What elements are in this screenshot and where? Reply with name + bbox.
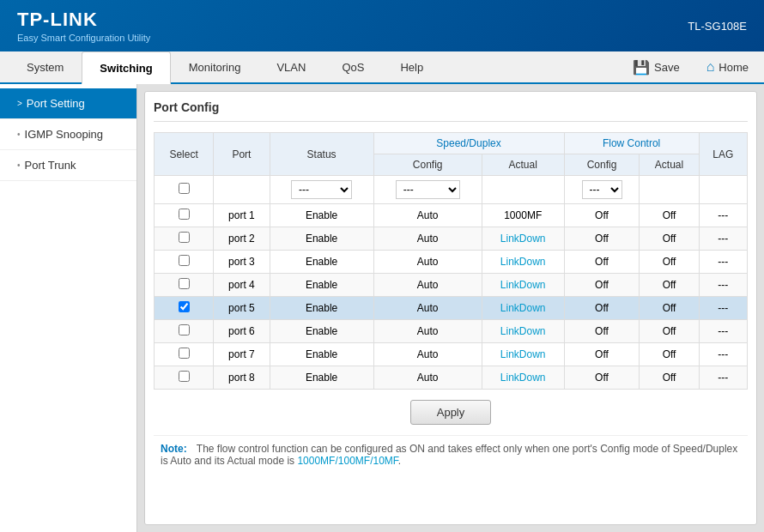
status-filter-select[interactable]: --- Enable Disable [291,180,352,199]
row-checkbox[interactable] [179,348,190,359]
tab-monitoring[interactable]: Monitoring [171,51,259,83]
tab-vlan[interactable]: VLAN [258,51,324,83]
col-select-header: Select [155,133,214,176]
col-speed-actual-header: Actual [482,154,564,176]
row-lag: --- [699,320,747,343]
home-button[interactable]: ⌂ Home [700,56,755,78]
row-speed-actual: LinkDown [482,227,564,251]
row-checkbox[interactable] [179,278,190,289]
row-speed-actual: LinkDown [482,297,564,320]
table-row: port 5 Enable Auto LinkDown Off Off --- [155,297,748,320]
row-checkbox[interactable] [179,209,190,220]
row-checkbox[interactable] [179,371,190,382]
row-speed-actual: LinkDown [482,320,564,343]
tab-help[interactable]: Help [382,51,441,83]
row-select-cell[interactable] [155,204,214,227]
filter-status-cell[interactable]: --- Enable Disable [270,176,373,204]
row-flow-actual: Off [640,227,699,251]
col-flow-config-header: Config [564,154,640,176]
row-flow-actual: Off [640,274,699,297]
table-row: port 2 Enable Auto LinkDown Off Off --- [155,227,748,251]
apply-button[interactable]: Apply [410,400,492,425]
row-select-cell[interactable] [155,251,214,274]
sidebar: > Port Setting • IGMP Snooping • Port Tr… [0,84,137,532]
row-status: Enable [270,297,373,320]
row-flow-actual: Off [640,366,699,390]
row-port: port 6 [214,320,270,343]
row-port: port 4 [214,274,270,297]
col-port-header: Port [214,133,270,176]
col-speed-config-header: Config [373,154,482,176]
row-speed-config: Auto [373,320,482,343]
row-select-cell[interactable] [155,274,214,297]
row-status: Enable [270,227,373,251]
row-lag: --- [699,274,747,297]
row-lag: --- [699,297,747,320]
sidebar-item-label: IGMP Snooping [25,128,104,141]
row-checkbox[interactable] [179,301,190,312]
row-status: Enable [270,366,373,390]
content-area: Port Config Select Port Status Speed/Dup… [144,91,757,525]
note-label: Note: [161,443,187,455]
table-row: port 4 Enable Auto LinkDown Off Off --- [155,274,748,297]
sidebar-bullet: > [17,99,22,108]
row-select-cell[interactable] [155,366,214,390]
row-lag: --- [699,343,747,366]
note-area: Note: The flow control function can be c… [154,435,748,474]
row-select-cell[interactable] [155,320,214,343]
row-flow-config: Off [564,274,640,297]
row-flow-actual: Off [640,297,699,320]
filter-flow-config-cell[interactable]: --- On Off [564,176,640,204]
note-highlight: 1000MF/100MF/10MF [297,455,397,467]
speed-config-filter-select[interactable]: --- Auto 10MH 10MF 100MH 100MF 1000MF [396,180,460,199]
sidebar-item-igmp-snooping[interactable]: • IGMP Snooping [0,119,136,150]
sidebar-item-port-setting[interactable]: > Port Setting [0,88,136,119]
row-speed-config: Auto [373,366,482,390]
row-select-cell[interactable] [155,343,214,366]
row-checkbox[interactable] [179,255,190,266]
tab-qos[interactable]: QoS [324,51,382,83]
row-select-cell[interactable] [155,227,214,251]
table-row: port 7 Enable Auto LinkDown Off Off --- [155,343,748,366]
row-port: port 3 [214,251,270,274]
row-port: port 1 [214,204,270,227]
row-checkbox[interactable] [179,232,190,243]
model-label: TL-SG108E [688,20,747,33]
app-header: TP-LINK Easy Smart Configuration Utility… [0,0,764,51]
table-row: port 6 Enable Auto LinkDown Off Off --- [155,320,748,343]
tab-system[interactable]: System [9,51,82,83]
apply-btn-row: Apply [154,400,748,425]
select-all-checkbox[interactable] [179,183,190,194]
row-status: Enable [270,274,373,297]
row-speed-actual: 1000MF [482,204,564,227]
flow-config-filter-select[interactable]: --- On Off [582,180,622,199]
sidebar-bullet: • [17,160,21,170]
row-speed-config: Auto [373,343,482,366]
filter-select-cell [155,176,214,204]
row-status: Enable [270,320,373,343]
row-flow-actual: Off [640,343,699,366]
row-flow-config: Off [564,366,640,390]
row-lag: --- [699,251,747,274]
table-row: port 8 Enable Auto LinkDown Off Off --- [155,366,748,390]
navigation-bar: System Switching Monitoring VLAN QoS Hel… [0,51,764,84]
col-speed-group-header: Speed/Duplex [373,133,564,154]
nav-actions: 💾 Save ⌂ Home [626,56,755,79]
row-flow-config: Off [564,227,640,251]
row-speed-config: Auto [373,297,482,320]
row-port: port 8 [214,366,270,390]
row-select-cell[interactable] [155,297,214,320]
row-speed-actual: LinkDown [482,251,564,274]
tab-switching[interactable]: Switching [82,51,170,84]
row-lag: --- [699,227,747,251]
app-subtitle: Easy Smart Configuration Utility [17,33,150,43]
table-row: port 3 Enable Auto LinkDown Off Off --- [155,251,748,274]
save-button[interactable]: 💾 Save [626,56,687,79]
sidebar-item-port-trunk[interactable]: • Port Trunk [0,150,136,181]
section-title: Port Config [154,100,748,122]
row-status: Enable [270,204,373,227]
row-checkbox[interactable] [179,324,190,336]
filter-speed-config-cell[interactable]: --- Auto 10MH 10MF 100MH 100MF 1000MF [373,176,482,204]
row-port: port 2 [214,227,270,251]
row-port: port 7 [214,343,270,366]
